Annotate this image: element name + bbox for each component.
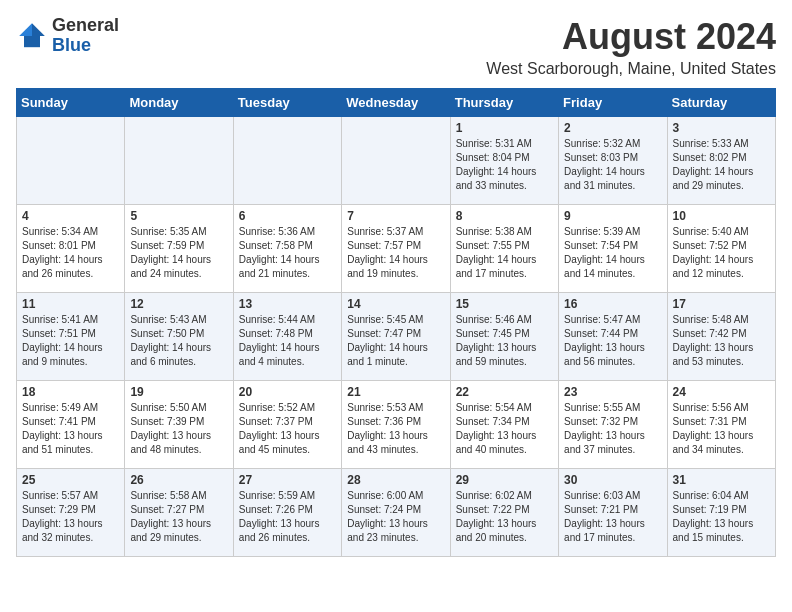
calendar-cell: 17Sunrise: 5:48 AM Sunset: 7:42 PM Dayli… — [667, 293, 775, 381]
day-info: Sunrise: 5:34 AM Sunset: 8:01 PM Dayligh… — [22, 225, 119, 281]
day-info: Sunrise: 5:57 AM Sunset: 7:29 PM Dayligh… — [22, 489, 119, 545]
calendar-cell: 1Sunrise: 5:31 AM Sunset: 8:04 PM Daylig… — [450, 117, 558, 205]
header-day-thursday: Thursday — [450, 89, 558, 117]
logo: General Blue — [16, 16, 119, 56]
page-header: General Blue August 2024 West Scarboroug… — [16, 16, 776, 78]
calendar-cell: 16Sunrise: 5:47 AM Sunset: 7:44 PM Dayli… — [559, 293, 667, 381]
day-info: Sunrise: 5:46 AM Sunset: 7:45 PM Dayligh… — [456, 313, 553, 369]
calendar-cell: 5Sunrise: 5:35 AM Sunset: 7:59 PM Daylig… — [125, 205, 233, 293]
svg-marker-1 — [19, 23, 32, 36]
day-info: Sunrise: 5:41 AM Sunset: 7:51 PM Dayligh… — [22, 313, 119, 369]
header-day-friday: Friday — [559, 89, 667, 117]
calendar-cell: 25Sunrise: 5:57 AM Sunset: 7:29 PM Dayli… — [17, 469, 125, 557]
day-number: 13 — [239, 297, 336, 311]
day-number: 12 — [130, 297, 227, 311]
day-number: 4 — [22, 209, 119, 223]
day-number: 14 — [347, 297, 444, 311]
day-number: 1 — [456, 121, 553, 135]
day-info: Sunrise: 5:55 AM Sunset: 7:32 PM Dayligh… — [564, 401, 661, 457]
calendar-cell: 27Sunrise: 5:59 AM Sunset: 7:26 PM Dayli… — [233, 469, 341, 557]
calendar-week-row: 4Sunrise: 5:34 AM Sunset: 8:01 PM Daylig… — [17, 205, 776, 293]
day-number: 6 — [239, 209, 336, 223]
day-info: Sunrise: 5:33 AM Sunset: 8:02 PM Dayligh… — [673, 137, 770, 193]
svg-marker-0 — [32, 23, 45, 36]
calendar-cell — [125, 117, 233, 205]
day-number: 17 — [673, 297, 770, 311]
day-info: Sunrise: 5:54 AM Sunset: 7:34 PM Dayligh… — [456, 401, 553, 457]
day-info: Sunrise: 5:50 AM Sunset: 7:39 PM Dayligh… — [130, 401, 227, 457]
calendar-cell: 14Sunrise: 5:45 AM Sunset: 7:47 PM Dayli… — [342, 293, 450, 381]
calendar-cell: 12Sunrise: 5:43 AM Sunset: 7:50 PM Dayli… — [125, 293, 233, 381]
day-number: 29 — [456, 473, 553, 487]
title-block: August 2024 West Scarborough, Maine, Uni… — [486, 16, 776, 78]
day-info: Sunrise: 5:45 AM Sunset: 7:47 PM Dayligh… — [347, 313, 444, 369]
day-info: Sunrise: 5:36 AM Sunset: 7:58 PM Dayligh… — [239, 225, 336, 281]
day-number: 20 — [239, 385, 336, 399]
day-info: Sunrise: 5:56 AM Sunset: 7:31 PM Dayligh… — [673, 401, 770, 457]
calendar-header: SundayMondayTuesdayWednesdayThursdayFrid… — [17, 89, 776, 117]
day-info: Sunrise: 5:44 AM Sunset: 7:48 PM Dayligh… — [239, 313, 336, 369]
calendar-body: 1Sunrise: 5:31 AM Sunset: 8:04 PM Daylig… — [17, 117, 776, 557]
day-info: Sunrise: 5:35 AM Sunset: 7:59 PM Dayligh… — [130, 225, 227, 281]
day-info: Sunrise: 5:52 AM Sunset: 7:37 PM Dayligh… — [239, 401, 336, 457]
header-day-saturday: Saturday — [667, 89, 775, 117]
day-number: 24 — [673, 385, 770, 399]
day-info: Sunrise: 5:43 AM Sunset: 7:50 PM Dayligh… — [130, 313, 227, 369]
header-day-monday: Monday — [125, 89, 233, 117]
day-number: 10 — [673, 209, 770, 223]
day-number: 7 — [347, 209, 444, 223]
calendar-cell: 21Sunrise: 5:53 AM Sunset: 7:36 PM Dayli… — [342, 381, 450, 469]
logo-text: General Blue — [52, 16, 119, 56]
day-info: Sunrise: 5:49 AM Sunset: 7:41 PM Dayligh… — [22, 401, 119, 457]
day-info: Sunrise: 5:37 AM Sunset: 7:57 PM Dayligh… — [347, 225, 444, 281]
calendar-cell: 26Sunrise: 5:58 AM Sunset: 7:27 PM Dayli… — [125, 469, 233, 557]
day-number: 30 — [564, 473, 661, 487]
calendar-week-row: 11Sunrise: 5:41 AM Sunset: 7:51 PM Dayli… — [17, 293, 776, 381]
day-info: Sunrise: 5:40 AM Sunset: 7:52 PM Dayligh… — [673, 225, 770, 281]
header-row: SundayMondayTuesdayWednesdayThursdayFrid… — [17, 89, 776, 117]
logo-blue: Blue — [52, 36, 119, 56]
day-info: Sunrise: 5:47 AM Sunset: 7:44 PM Dayligh… — [564, 313, 661, 369]
day-number: 28 — [347, 473, 444, 487]
day-info: Sunrise: 5:58 AM Sunset: 7:27 PM Dayligh… — [130, 489, 227, 545]
header-day-sunday: Sunday — [17, 89, 125, 117]
day-number: 15 — [456, 297, 553, 311]
day-info: Sunrise: 6:03 AM Sunset: 7:21 PM Dayligh… — [564, 489, 661, 545]
svg-rect-2 — [24, 36, 40, 47]
day-number: 25 — [22, 473, 119, 487]
day-number: 11 — [22, 297, 119, 311]
calendar-cell: 18Sunrise: 5:49 AM Sunset: 7:41 PM Dayli… — [17, 381, 125, 469]
calendar-cell: 13Sunrise: 5:44 AM Sunset: 7:48 PM Dayli… — [233, 293, 341, 381]
day-number: 26 — [130, 473, 227, 487]
day-number: 21 — [347, 385, 444, 399]
day-info: Sunrise: 5:39 AM Sunset: 7:54 PM Dayligh… — [564, 225, 661, 281]
calendar-week-row: 18Sunrise: 5:49 AM Sunset: 7:41 PM Dayli… — [17, 381, 776, 469]
location-subtitle: West Scarborough, Maine, United States — [486, 60, 776, 78]
logo-general: General — [52, 16, 119, 36]
day-number: 16 — [564, 297, 661, 311]
day-info: Sunrise: 6:02 AM Sunset: 7:22 PM Dayligh… — [456, 489, 553, 545]
day-info: Sunrise: 5:31 AM Sunset: 8:04 PM Dayligh… — [456, 137, 553, 193]
calendar-cell: 23Sunrise: 5:55 AM Sunset: 7:32 PM Dayli… — [559, 381, 667, 469]
logo-icon — [16, 20, 48, 52]
day-info: Sunrise: 5:59 AM Sunset: 7:26 PM Dayligh… — [239, 489, 336, 545]
day-number: 31 — [673, 473, 770, 487]
calendar-cell: 8Sunrise: 5:38 AM Sunset: 7:55 PM Daylig… — [450, 205, 558, 293]
calendar-cell: 28Sunrise: 6:00 AM Sunset: 7:24 PM Dayli… — [342, 469, 450, 557]
calendar-cell: 15Sunrise: 5:46 AM Sunset: 7:45 PM Dayli… — [450, 293, 558, 381]
day-info: Sunrise: 6:00 AM Sunset: 7:24 PM Dayligh… — [347, 489, 444, 545]
day-number: 23 — [564, 385, 661, 399]
day-info: Sunrise: 5:32 AM Sunset: 8:03 PM Dayligh… — [564, 137, 661, 193]
calendar-cell: 11Sunrise: 5:41 AM Sunset: 7:51 PM Dayli… — [17, 293, 125, 381]
calendar-cell: 29Sunrise: 6:02 AM Sunset: 7:22 PM Dayli… — [450, 469, 558, 557]
day-number: 3 — [673, 121, 770, 135]
month-year-title: August 2024 — [486, 16, 776, 58]
calendar-week-row: 1Sunrise: 5:31 AM Sunset: 8:04 PM Daylig… — [17, 117, 776, 205]
day-info: Sunrise: 5:38 AM Sunset: 7:55 PM Dayligh… — [456, 225, 553, 281]
header-day-wednesday: Wednesday — [342, 89, 450, 117]
day-number: 19 — [130, 385, 227, 399]
calendar-cell: 10Sunrise: 5:40 AM Sunset: 7:52 PM Dayli… — [667, 205, 775, 293]
calendar-cell: 7Sunrise: 5:37 AM Sunset: 7:57 PM Daylig… — [342, 205, 450, 293]
calendar-cell: 19Sunrise: 5:50 AM Sunset: 7:39 PM Dayli… — [125, 381, 233, 469]
calendar-table: SundayMondayTuesdayWednesdayThursdayFrid… — [16, 88, 776, 557]
